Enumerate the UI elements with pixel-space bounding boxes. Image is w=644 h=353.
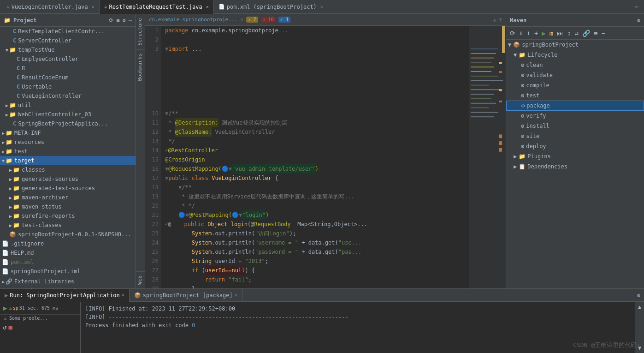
maven-run-btn[interactable]: ▶ [541, 30, 546, 37]
nav-up-btn[interactable]: ▲ [493, 17, 496, 23]
folder-icon-res: 📁 [6, 139, 12, 145]
maven-deploy[interactable]: ⚙ deploy [506, 141, 644, 151]
svg-rect-18 [499, 62, 502, 64]
svg-rect-12 [471, 98, 491, 99]
code-line-3: ▼import ... [165, 44, 465, 54]
structure-tab[interactable]: Structure [136, 14, 145, 49]
collapse-icon[interactable]: ≡ [116, 17, 119, 24]
tree-item-pomxml[interactable]: 📄 pom.xml [0, 257, 136, 267]
maven-sync-btn[interactable]: ⇄ [574, 30, 579, 37]
tab-close-btn-2[interactable]: ✕ [206, 4, 209, 9]
maven-site[interactable]: ⚙ site [506, 131, 644, 141]
maven-add-btn[interactable]: + [533, 30, 539, 37]
sync-icon[interactable]: ⟳ [109, 17, 113, 24]
tree-item-gensrc[interactable]: ▶ 📁 generated-sources [0, 174, 136, 184]
code-line-11: * @Description: 测试Vue登录实现的控制层 [165, 118, 465, 127]
maven-tree: ▼ 📦 springBootProject ▼ 📁 Lifecycle ⚙ cl… [506, 40, 644, 288]
maven-m-btn[interactable]: m [549, 30, 554, 37]
tree-item-gitignore[interactable]: 📄 .gitignore [0, 239, 136, 248]
bottom-tab-run[interactable]: ▶ Run: SpringBootProjectApplication ✕ [0, 289, 130, 302]
maven-gear-icon[interactable]: ⚙ [637, 17, 640, 24]
maven-package[interactable]: ⚙ package [506, 101, 644, 111]
bottom-settings-btn[interactable]: ⚙ [633, 292, 644, 299]
tree-item-resources[interactable]: ▶ 📁 resources [0, 138, 136, 147]
class-icon-user: C [17, 84, 20, 90]
tree-item-target[interactable]: ▼ 📁 target [0, 156, 136, 165]
bookmarks-tab[interactable]: Bookmarks [136, 49, 145, 85]
maven-test[interactable]: ⚙ test [506, 90, 644, 101]
maven-link-btn[interactable]: 🔗 [581, 30, 591, 37]
web-tab[interactable]: Web [136, 271, 145, 288]
maven-lifecycle[interactable]: ▼ 📁 Lifecycle [506, 50, 644, 60]
maven-compile[interactable]: ⚙ compile [506, 80, 644, 90]
tree-item-temptestvue[interactable]: ▼ 📁 tempTestVue [0, 45, 136, 54]
run-stop-btn[interactable]: ■ [8, 323, 12, 331]
bottom-expand-btn[interactable]: ▲ [638, 304, 641, 310]
more-icon[interactable]: ⋯ [129, 17, 132, 24]
tree-item-external-libs[interactable]: ▶ 🔗 External Libraries [0, 277, 136, 286]
maven-project-root[interactable]: ▼ 📦 springBootProject [506, 40, 644, 50]
tree-item-classes[interactable]: ▶ 📁 classes [0, 165, 136, 174]
minimap-area [469, 26, 506, 288]
maven-plugins[interactable]: ▶ 📁 Plugins [506, 151, 644, 162]
run-restart-btn[interactable]: ↺ [3, 323, 6, 331]
code-line-28: return "fail"; [165, 275, 465, 284]
tree-item-servercontroller[interactable]: C ServerController [0, 36, 136, 45]
maven-install[interactable]: ⚙ install [506, 121, 644, 131]
tree-item-r[interactable]: C R [0, 64, 136, 73]
maven-skip-btn[interactable]: ⏭ [556, 30, 564, 37]
gear-icon[interactable]: ⚙ [123, 17, 126, 24]
watermark: CSDN @王维诗里的代码i [573, 341, 640, 349]
code-view[interactable]: package cn.example.springbootproje... ▼i… [161, 26, 469, 288]
tree-item-iml[interactable]: 📄 springBootProject.iml [0, 267, 136, 276]
tree-item-emplyee[interactable]: C EmplyeeController [0, 54, 136, 64]
tree-item-resttemplate[interactable]: C RestTemplateClientContr... [0, 27, 136, 36]
maven-dependencies[interactable]: ▶ 📋 Dependencies [506, 162, 644, 172]
tree-item-util[interactable]: ▶ 📁 util [0, 101, 136, 110]
maven-toggle-btn[interactable]: ↕ [566, 30, 572, 37]
tab-pom[interactable]: 📄 pom.xml (springBootProject) ✕ [214, 0, 328, 14]
tree-item-vuelogin[interactable]: C VueLoginController [0, 91, 136, 101]
maven-clean[interactable]: ⚙ clean [506, 60, 644, 70]
tree-item-mavenarch[interactable]: ▶ 📁 maven-archiver [0, 193, 136, 202]
line-numbers: 1 2 3 10 11 12 13 14 15 16 17 18 19 20 [145, 26, 161, 288]
tab-close-btn-3[interactable]: ✕ [320, 4, 323, 9]
maven-collapse-btn[interactable]: − [601, 30, 606, 37]
tree-item-metainf[interactable]: ▶ 📁 META-INF [0, 128, 136, 138]
maven-download-btn[interactable]: ⬇ [518, 30, 524, 37]
run-tab-close[interactable]: ✕ [122, 293, 124, 298]
code-line-23: System.out.println("访问login"); [165, 229, 465, 238]
svg-rect-10 [471, 89, 501, 90]
tab-overflow-btn[interactable]: ⋯ [632, 4, 642, 10]
run-play-btn[interactable]: ▶ [3, 304, 7, 312]
folder-icon-testclasses: 📁 [13, 222, 20, 228]
nav-down-btn[interactable]: ▼ [499, 17, 502, 23]
tree-item-usertable[interactable]: C Usertable [0, 82, 136, 91]
svg-rect-2 [471, 53, 496, 54]
tree-item-webclient[interactable]: ▶ 📁 WebClientController_03 [0, 110, 136, 119]
tab-vue-login[interactable]: ☕ VueLoginController.java ✕ [2, 0, 100, 14]
package-tab-close[interactable]: ✕ [235, 293, 237, 298]
tree-item-testclasses[interactable]: ▶ 📁 test-classes [0, 221, 136, 230]
tree-item-surefire[interactable]: ▶ 📁 surefire-reports [0, 211, 136, 221]
tab-rest-template[interactable]: ☕ RestTemplateRequestTest.java ✕ [100, 0, 214, 14]
maven-refresh-btn[interactable]: ⟳ [509, 30, 516, 37]
tree-item-mavenstatus[interactable]: ▶ 📁 maven-status [0, 202, 136, 211]
class-icon: C [13, 28, 16, 35]
console-line-1: [INFO] Finished at: 2023-11-27T22:29:52+… [85, 305, 630, 313]
bottom-tab-package[interactable]: 📦 springBootProject [package] ✕ [130, 289, 242, 302]
tree-item-gentestsrc[interactable]: ▶ 📁 generated-test-sources [0, 184, 136, 193]
tree-item-jar[interactable]: 📦 springBootProject-0.0.1-SNAPSHO... [0, 230, 136, 239]
tree-item-helpmd[interactable]: 📄 HELP.md [0, 248, 136, 257]
run-left-buttons: ↺ ■ [0, 322, 80, 333]
console-output[interactable]: [INFO] Finished at: 2023-11-27T22:29:52+… [81, 302, 635, 353]
tab-close-btn[interactable]: ✕ [92, 4, 95, 9]
maven-expand-btn[interactable]: ≡ [593, 30, 598, 37]
maven-download-sources-btn[interactable]: ⬇ [526, 30, 531, 37]
tree-item-test[interactable]: ▶ 📁 test [0, 147, 136, 156]
maven-validate[interactable]: ⚙ validate [506, 70, 644, 80]
tree-item-springapp[interactable]: C SpringBootProjectApplica... [0, 119, 136, 128]
code-line-14: ✓@RestController [165, 146, 465, 155]
tree-item-resultcode[interactable]: C ResultCodeEnum [0, 73, 136, 82]
maven-verify[interactable]: ⚙ verify [506, 111, 644, 121]
